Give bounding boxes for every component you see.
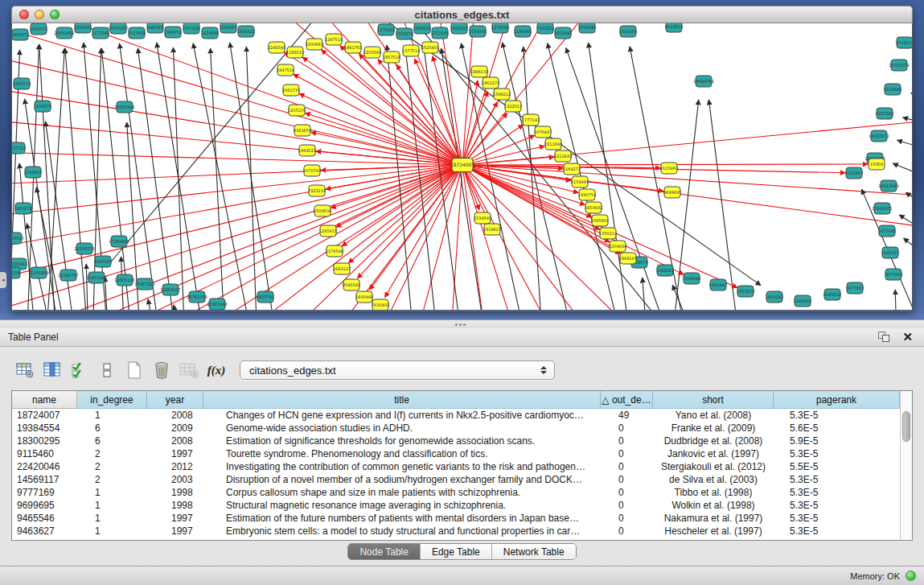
graph-node[interactable]: 7635402 (372, 299, 389, 311)
graph-node[interactable]: 1164272 (563, 163, 581, 175)
graph-node[interactable]: 1833663 (306, 39, 323, 50)
citation-edge-black[interactable] (211, 48, 225, 311)
graph-node[interactable]: 1961273 (482, 77, 499, 89)
graph-node[interactable]: 1498222 (656, 265, 674, 276)
citation-edge-black[interactable] (193, 43, 253, 311)
citation-edge-red[interactable] (385, 165, 462, 298)
graph-node[interactable]: 1353276 (737, 286, 754, 297)
graph-node[interactable]: 1525401 (421, 42, 439, 53)
table-row[interactable]: 977716911998Corpus callosum shape and si… (12, 486, 900, 499)
graph-node[interactable]: 1534545 (474, 212, 491, 224)
citation-edge-black[interactable] (138, 48, 177, 311)
graph-node[interactable]: 1935466 (355, 291, 373, 303)
citation-edge-black[interactable] (903, 117, 912, 126)
graph-node[interactable]: 1965327 (450, 23, 468, 34)
table-row[interactable]: 1872400712008Changes of HCN gene express… (12, 409, 900, 422)
graph-node[interactable]: 1635722 (12, 142, 26, 154)
graph-node[interactable]: 1258345 (74, 23, 92, 33)
graph-node[interactable]: 1677345 (878, 225, 896, 237)
graph-node[interactable]: 9546342 (343, 279, 360, 290)
network-canvas[interactable]: 1835472190557220691406125834511773461055… (11, 23, 913, 311)
window-titlebar[interactable]: citations_edges.txt (11, 6, 913, 23)
graph-node[interactable]: 1853276 (14, 203, 32, 214)
citation-edge-black[interactable] (899, 215, 912, 239)
graph-node[interactable]: 1070743 (303, 165, 321, 176)
graph-node[interactable]: 12505135 (114, 274, 134, 286)
float-panel-icon[interactable] (878, 332, 891, 343)
graph-node[interactable]: 1588212 (493, 89, 511, 100)
split-pane-divider[interactable] (0, 319, 924, 328)
table-row[interactable]: 1830029562008Estimation of significance … (12, 435, 900, 447)
graph-node[interactable]: 1777143 (522, 114, 540, 126)
graph-node[interactable]: 1856322 (237, 26, 255, 37)
graph-node[interactable]: 20053346 (114, 101, 134, 113)
memory-ok-indicator-icon[interactable] (906, 571, 916, 581)
graph-node[interactable]: 8813014 (665, 23, 683, 32)
graph-node[interactable]: 1272345 (431, 27, 449, 39)
graph-node[interactable]: 9245012 (823, 289, 841, 300)
graph-node[interactable]: 646163 (147, 23, 163, 33)
graph-node[interactable]: 1177346 (92, 27, 109, 39)
graph-node[interactable]: 1864242 (766, 291, 783, 303)
column-header-0[interactable]: name (12, 391, 77, 409)
table-row[interactable]: 1456911722003Disruption of a novel membe… (12, 473, 900, 486)
citation-edge-red[interactable] (462, 113, 507, 165)
graph-node[interactable]: 1186021 (286, 47, 304, 58)
graph-node[interactable]: 1619627 (483, 224, 501, 235)
graph-node[interactable]: 1861763 (344, 42, 362, 53)
unselect-rows-button[interactable] (93, 359, 121, 381)
graph-node[interactable]: 9129946 (884, 84, 901, 95)
graph-node[interactable]: 1847514 (277, 64, 294, 76)
graph-node[interactable]: 16782759 (187, 291, 207, 303)
graph-node[interactable]: 1045327 (881, 247, 899, 258)
citation-edge-red[interactable] (396, 64, 462, 165)
citation-edge-black[interactable] (643, 278, 647, 311)
graph-node[interactable]: 20691406 (54, 27, 74, 39)
graph-node[interactable]: 1905572 (30, 23, 47, 35)
citation-edge-black[interactable] (895, 290, 897, 311)
graph-node[interactable]: 1677833 (846, 282, 864, 294)
graph-node[interactable]: 1811646 (544, 138, 562, 150)
citation-edge-red[interactable] (462, 23, 474, 165)
graph-node[interactable]: 12093872 (869, 130, 889, 142)
citation-edge-black[interactable] (589, 43, 631, 311)
graph-node[interactable]: 1563222 (536, 23, 554, 34)
table-row[interactable]: 911546021997Tourette syndrome. Phenomeno… (12, 447, 900, 460)
graph-node[interactable]: 1053346 (578, 23, 596, 33)
graph-node[interactable]: 1691447 (709, 279, 727, 290)
graph-node[interactable]: 15958 (869, 159, 885, 170)
graph-node[interactable]: 1905573 (13, 78, 31, 89)
graph-node[interactable]: 2204934 (609, 241, 626, 252)
graph-node[interactable]: 1643127 (333, 263, 351, 274)
graph-node[interactable]: 1986133 (470, 66, 488, 77)
table-vertical-scrollbar[interactable] (900, 391, 912, 540)
graph-node[interactable]: 1205105 (288, 105, 306, 116)
graph-node[interactable]: 1377514 (402, 45, 420, 56)
graph-node[interactable]: 12342757 (58, 270, 78, 281)
graph-node[interactable]: 1247514 (325, 34, 343, 45)
citation-edge-black[interactable] (86, 264, 88, 311)
citation-edge-black[interactable] (911, 93, 912, 100)
graph-node[interactable]: 16210643 (878, 180, 898, 192)
graph-node[interactable]: 1285415 (319, 225, 337, 237)
graph-node[interactable]: 9097587 (94, 256, 112, 267)
graph-node[interactable]: 1964521 (298, 145, 316, 156)
citation-edge-black[interactable] (246, 47, 257, 311)
graph-node[interactable]: 1245012 (794, 295, 811, 307)
table-select-combobox[interactable]: citations_edges.txt (240, 360, 555, 380)
graph-node[interactable]: 1872345 (554, 27, 572, 39)
graph-node[interactable]: 1095491 (591, 215, 609, 226)
graph-node[interactable]: 1864235 (413, 23, 431, 34)
graph-node[interactable]: 7925234 (308, 185, 326, 196)
graph-node[interactable]: 18724007 (450, 159, 475, 172)
graph-node[interactable]: 1186345 (514, 26, 532, 37)
graph-node[interactable]: 9699695 (663, 187, 681, 198)
table-row[interactable]: 2242004622012Investigating the contribut… (12, 460, 900, 473)
graph-node[interactable]: 1835472 (12, 29, 29, 40)
citation-edge-black[interactable] (503, 43, 575, 311)
column-header-2[interactable]: year (147, 391, 203, 409)
tab-node-table[interactable]: Node Table (348, 544, 421, 559)
graph-node[interactable]: 15751074 (889, 60, 909, 71)
delete-column-button[interactable] (148, 359, 175, 381)
citation-edge-red[interactable] (462, 91, 487, 165)
